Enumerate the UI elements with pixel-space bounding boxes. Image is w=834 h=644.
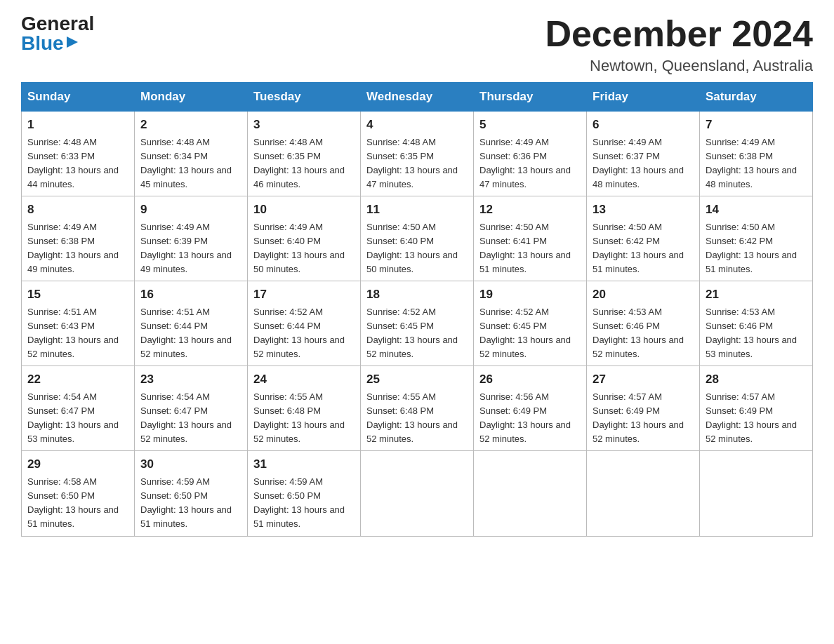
calendar-cell: 9Sunrise: 4:49 AMSunset: 6:39 PMDaylight… xyxy=(135,196,248,281)
day-number: 29 xyxy=(27,455,128,474)
day-info: Sunrise: 4:54 AMSunset: 6:47 PMDaylight:… xyxy=(140,391,232,444)
day-info: Sunrise: 4:49 AMSunset: 6:38 PMDaylight:… xyxy=(706,137,797,189)
logo-blue-text: Blue xyxy=(21,34,64,53)
day-number: 22 xyxy=(27,370,128,389)
calendar-week-row: 1Sunrise: 4:48 AMSunset: 6:33 PMDaylight… xyxy=(22,112,813,196)
calendar-cell: 22Sunrise: 4:54 AMSunset: 6:47 PMDayligh… xyxy=(22,366,135,451)
day-number: 7 xyxy=(706,116,807,134)
calendar-cell xyxy=(474,451,587,536)
calendar-cell: 25Sunrise: 4:55 AMSunset: 6:48 PMDayligh… xyxy=(361,366,474,451)
calendar-cell: 11Sunrise: 4:50 AMSunset: 6:40 PMDayligh… xyxy=(361,196,474,281)
calendar-cell xyxy=(587,451,700,536)
calendar-cell: 18Sunrise: 4:52 AMSunset: 6:45 PMDayligh… xyxy=(361,281,474,366)
calendar-cell: 12Sunrise: 4:50 AMSunset: 6:41 PMDayligh… xyxy=(474,196,587,281)
day-number: 21 xyxy=(706,286,807,304)
weekday-header-friday: Friday xyxy=(587,83,700,112)
day-number: 25 xyxy=(366,370,468,389)
day-number: 24 xyxy=(253,370,355,389)
calendar-week-row: 22Sunrise: 4:54 AMSunset: 6:47 PMDayligh… xyxy=(22,366,813,451)
day-number: 13 xyxy=(593,201,694,219)
calendar-cell: 21Sunrise: 4:53 AMSunset: 6:46 PMDayligh… xyxy=(700,281,813,366)
day-number: 6 xyxy=(593,116,694,134)
day-info: Sunrise: 4:55 AMSunset: 6:48 PMDaylight:… xyxy=(253,391,345,444)
day-number: 3 xyxy=(253,116,355,134)
day-info: Sunrise: 4:53 AMSunset: 6:46 PMDaylight:… xyxy=(706,307,797,359)
day-info: Sunrise: 4:53 AMSunset: 6:46 PMDaylight:… xyxy=(593,307,684,359)
calendar-cell: 3Sunrise: 4:48 AMSunset: 6:35 PMDaylight… xyxy=(248,112,361,196)
calendar-cell: 2Sunrise: 4:48 AMSunset: 6:34 PMDaylight… xyxy=(135,112,248,196)
day-info: Sunrise: 4:49 AMSunset: 6:39 PMDaylight:… xyxy=(140,222,232,274)
calendar-cell: 6Sunrise: 4:49 AMSunset: 6:37 PMDaylight… xyxy=(587,112,700,196)
svg-marker-0 xyxy=(67,36,78,48)
weekday-header-row: SundayMondayTuesdayWednesdayThursdayFrid… xyxy=(22,83,813,112)
calendar-cell: 5Sunrise: 4:49 AMSunset: 6:36 PMDaylight… xyxy=(474,112,587,196)
day-number: 1 xyxy=(27,116,128,134)
weekday-header-thursday: Thursday xyxy=(474,83,587,112)
day-number: 18 xyxy=(366,286,468,304)
page-header: General Blue December 2024 Newtown, Quee… xyxy=(21,14,813,75)
calendar-table: SundayMondayTuesdayWednesdayThursdayFrid… xyxy=(21,82,813,536)
day-info: Sunrise: 4:48 AMSunset: 6:35 PMDaylight:… xyxy=(366,137,458,189)
month-title: December 2024 xyxy=(545,14,813,54)
calendar-cell: 27Sunrise: 4:57 AMSunset: 6:49 PMDayligh… xyxy=(587,366,700,451)
day-number: 26 xyxy=(479,370,581,389)
calendar-cell: 23Sunrise: 4:54 AMSunset: 6:47 PMDayligh… xyxy=(135,366,248,451)
weekday-header-monday: Monday xyxy=(135,83,248,112)
calendar-week-row: 15Sunrise: 4:51 AMSunset: 6:43 PMDayligh… xyxy=(22,281,813,366)
day-info: Sunrise: 4:48 AMSunset: 6:35 PMDaylight:… xyxy=(253,137,345,189)
calendar-cell: 20Sunrise: 4:53 AMSunset: 6:46 PMDayligh… xyxy=(587,281,700,366)
day-number: 31 xyxy=(253,455,355,474)
day-info: Sunrise: 4:49 AMSunset: 6:40 PMDaylight:… xyxy=(253,222,345,274)
logo-arrow-icon xyxy=(65,35,79,49)
calendar-cell: 7Sunrise: 4:49 AMSunset: 6:38 PMDaylight… xyxy=(700,112,813,196)
location-subtitle: Newtown, Queensland, Australia xyxy=(545,57,813,75)
day-info: Sunrise: 4:51 AMSunset: 6:44 PMDaylight:… xyxy=(140,307,232,359)
calendar-cell: 31Sunrise: 4:59 AMSunset: 6:50 PMDayligh… xyxy=(248,451,361,536)
day-info: Sunrise: 4:52 AMSunset: 6:45 PMDaylight:… xyxy=(366,307,458,359)
day-number: 28 xyxy=(706,370,807,389)
day-info: Sunrise: 4:49 AMSunset: 6:38 PMDaylight:… xyxy=(27,222,119,274)
calendar-cell: 28Sunrise: 4:57 AMSunset: 6:49 PMDayligh… xyxy=(700,366,813,451)
day-info: Sunrise: 4:51 AMSunset: 6:43 PMDaylight:… xyxy=(27,307,119,359)
day-number: 10 xyxy=(253,201,355,219)
day-number: 8 xyxy=(27,201,128,219)
calendar-cell: 29Sunrise: 4:58 AMSunset: 6:50 PMDayligh… xyxy=(22,451,135,536)
day-info: Sunrise: 4:59 AMSunset: 6:50 PMDaylight:… xyxy=(140,476,232,529)
day-number: 16 xyxy=(140,286,241,304)
day-info: Sunrise: 4:54 AMSunset: 6:47 PMDaylight:… xyxy=(27,391,119,444)
day-number: 23 xyxy=(140,370,241,389)
day-info: Sunrise: 4:52 AMSunset: 6:45 PMDaylight:… xyxy=(479,307,571,359)
day-number: 19 xyxy=(479,286,581,304)
calendar-cell: 4Sunrise: 4:48 AMSunset: 6:35 PMDaylight… xyxy=(361,112,474,196)
day-number: 12 xyxy=(479,201,581,219)
day-number: 27 xyxy=(593,370,694,389)
weekday-header-sunday: Sunday xyxy=(22,83,135,112)
day-info: Sunrise: 4:48 AMSunset: 6:33 PMDaylight:… xyxy=(27,137,119,189)
day-info: Sunrise: 4:56 AMSunset: 6:49 PMDaylight:… xyxy=(479,391,571,444)
day-number: 11 xyxy=(366,201,468,219)
day-info: Sunrise: 4:50 AMSunset: 6:40 PMDaylight:… xyxy=(366,222,458,274)
calendar-week-row: 8Sunrise: 4:49 AMSunset: 6:38 PMDaylight… xyxy=(22,196,813,281)
day-number: 4 xyxy=(366,116,468,134)
calendar-cell: 24Sunrise: 4:55 AMSunset: 6:48 PMDayligh… xyxy=(248,366,361,451)
day-info: Sunrise: 4:58 AMSunset: 6:50 PMDaylight:… xyxy=(27,476,119,529)
calendar-cell: 16Sunrise: 4:51 AMSunset: 6:44 PMDayligh… xyxy=(135,281,248,366)
logo: General Blue xyxy=(21,14,94,53)
day-info: Sunrise: 4:57 AMSunset: 6:49 PMDaylight:… xyxy=(706,391,797,444)
weekday-header-wednesday: Wednesday xyxy=(361,83,474,112)
calendar-cell: 1Sunrise: 4:48 AMSunset: 6:33 PMDaylight… xyxy=(22,112,135,196)
calendar-cell: 15Sunrise: 4:51 AMSunset: 6:43 PMDayligh… xyxy=(22,281,135,366)
day-number: 2 xyxy=(140,116,241,134)
logo-general-text: General xyxy=(21,14,94,34)
day-info: Sunrise: 4:49 AMSunset: 6:36 PMDaylight:… xyxy=(479,137,571,189)
day-info: Sunrise: 4:50 AMSunset: 6:42 PMDaylight:… xyxy=(593,222,684,274)
day-info: Sunrise: 4:55 AMSunset: 6:48 PMDaylight:… xyxy=(366,391,458,444)
day-info: Sunrise: 4:50 AMSunset: 6:41 PMDaylight:… xyxy=(479,222,571,274)
day-info: Sunrise: 4:59 AMSunset: 6:50 PMDaylight:… xyxy=(253,476,345,529)
calendar-cell: 19Sunrise: 4:52 AMSunset: 6:45 PMDayligh… xyxy=(474,281,587,366)
day-info: Sunrise: 4:57 AMSunset: 6:49 PMDaylight:… xyxy=(593,391,684,444)
day-info: Sunrise: 4:52 AMSunset: 6:44 PMDaylight:… xyxy=(253,307,345,359)
day-number: 17 xyxy=(253,286,355,304)
day-info: Sunrise: 4:49 AMSunset: 6:37 PMDaylight:… xyxy=(593,137,684,189)
day-number: 30 xyxy=(140,455,241,474)
